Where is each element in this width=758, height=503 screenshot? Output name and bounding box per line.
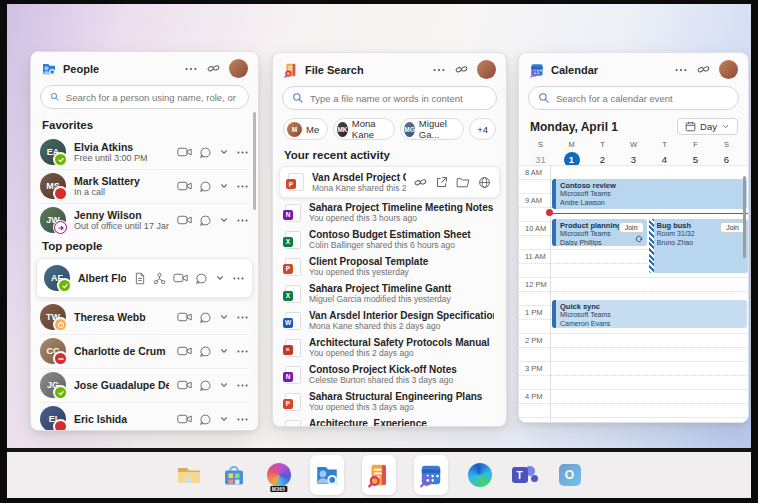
person-row[interactable]: JW Jenny Wilson Out of office until 17 J… — [31, 203, 258, 237]
file-row[interactable]: N Contoso Project Kick-off Notes Celeste… — [273, 361, 506, 388]
file-row[interactable]: ≡ Architectural Safety Protocols Manual … — [273, 334, 506, 361]
powerpoint-file-icon: P — [288, 173, 304, 191]
calendar-panel: Calendar Search for a calendar event Mon… — [518, 52, 749, 423]
chevron-down-icon[interactable] — [219, 380, 229, 390]
scrollbar[interactable] — [743, 176, 746, 258]
chevron-down-icon[interactable] — [219, 147, 229, 157]
open-link-icon[interactable] — [207, 62, 220, 75]
document-icon[interactable] — [134, 272, 146, 285]
taskbar-calendar-search-icon-active[interactable] — [414, 455, 448, 495]
copy-link-icon[interactable] — [414, 176, 427, 189]
powerpoint-file-icon: P — [285, 258, 301, 276]
taskbar-file-search-icon-active[interactable] — [362, 455, 396, 495]
row-more-icon[interactable] — [232, 272, 245, 285]
person-row[interactable]: TW Theresa Webb — [31, 300, 258, 334]
open-link-icon[interactable] — [697, 63, 710, 76]
calendar-event[interactable]: Product planning Microsoft Teams Daisy P… — [552, 219, 647, 246]
taskbar-m365-copilot-icon[interactable]: M365 — [265, 462, 292, 489]
chevron-down-icon[interactable] — [219, 215, 229, 225]
day-grid[interactable]: 8 AM 9 AM 10 AM 11 AM 12 PM 1 PM 2 PM 3 … — [519, 165, 748, 422]
calendar-search-input[interactable]: Search for a calendar event — [528, 86, 739, 110]
scrollbar[interactable] — [253, 112, 256, 210]
filter-chip-me[interactable]: M Me — [283, 118, 328, 140]
chevron-down-icon[interactable] — [219, 181, 229, 191]
video-call-icon[interactable] — [177, 180, 192, 192]
video-call-icon[interactable] — [177, 413, 192, 425]
file-row[interactable]: W Architecture_Experience Mona Kane shar… — [273, 415, 506, 427]
video-call-icon[interactable] — [177, 345, 192, 357]
file-row[interactable]: N Sahara Project Timeline Meeting Notes … — [273, 199, 506, 226]
join-button[interactable]: Join — [720, 222, 745, 233]
taskbar-edge-icon[interactable] — [466, 462, 493, 489]
row-more-icon[interactable] — [236, 311, 249, 324]
file-row[interactable]: P Sahara Structural Engineering Plans Yo… — [273, 388, 506, 415]
chat-icon[interactable] — [199, 311, 212, 324]
filter-chip-person[interactable]: MG Miguel Ga... — [400, 118, 464, 140]
video-call-icon[interactable] — [177, 214, 192, 226]
chat-icon[interactable] — [199, 379, 212, 392]
person-row[interactable]: JG Jose Guadalupe De la Torre — [31, 368, 258, 402]
filter-chip-overflow[interactable]: +4 — [469, 118, 496, 140]
file-row[interactable]: P Client Proposal Template You opened th… — [273, 253, 506, 280]
search-placeholder: Type a file name or words in content — [310, 93, 463, 104]
chat-icon[interactable] — [199, 146, 212, 159]
people-app-icon — [41, 61, 57, 77]
file-search-input[interactable]: Type a file name or words in content — [282, 86, 497, 110]
person-row-selected[interactable]: AF Albert Flores — [36, 258, 253, 298]
person-row[interactable]: CC Charlotte de Crum — [31, 334, 258, 368]
chevron-down-icon[interactable] — [219, 346, 229, 356]
row-more-icon[interactable] — [236, 214, 249, 227]
more-options-icon[interactable] — [184, 62, 198, 76]
powerpoint-file-icon: P — [285, 393, 301, 411]
more-options-icon[interactable] — [432, 63, 446, 77]
account-avatar[interactable] — [229, 59, 248, 78]
file-row-selected[interactable]: P Van Arsdel Project Overview... Mona Ka… — [279, 166, 500, 198]
taskbar-people-search-icon-active[interactable] — [310, 455, 344, 495]
presence-dnd-badge — [53, 351, 68, 366]
row-more-icon[interactable] — [236, 146, 249, 159]
taskbar-teams-icon[interactable]: T — [511, 462, 538, 489]
account-avatar[interactable] — [477, 60, 496, 79]
calendar-event[interactable]: Contoso review Microsoft Teams Andre Law… — [552, 179, 747, 209]
chat-icon[interactable] — [199, 413, 212, 426]
person-row[interactable]: MS Mark Slattery In a call — [31, 169, 258, 203]
org-chart-icon[interactable] — [153, 272, 166, 285]
file-row[interactable]: X Contoso Budget Estimation Sheet Colin … — [273, 226, 506, 253]
row-more-icon[interactable] — [236, 180, 249, 193]
people-search-input[interactable]: Search for a person using name, role, or… — [40, 85, 249, 109]
open-in-browser-icon[interactable] — [478, 176, 491, 189]
row-more-icon[interactable] — [236, 379, 249, 392]
more-options-icon[interactable] — [674, 63, 688, 77]
share-icon[interactable] — [435, 176, 448, 189]
row-more-icon[interactable] — [236, 345, 249, 358]
row-more-icon[interactable] — [236, 413, 249, 426]
taskbar-outlook-icon[interactable]: O — [556, 462, 583, 489]
file-row[interactable]: W Van Arsdel Interior Design Specificati… — [273, 307, 506, 334]
chat-icon[interactable] — [199, 345, 212, 358]
video-call-icon[interactable] — [177, 379, 192, 391]
taskbar-file-explorer-icon[interactable] — [175, 462, 202, 489]
chat-icon[interactable] — [199, 180, 212, 193]
view-selector-button[interactable]: Day — [677, 118, 738, 135]
video-call-icon[interactable] — [177, 311, 192, 323]
file-row[interactable]: X Sahara Project Timeline Gantt Miguel G… — [273, 280, 506, 307]
chevron-down-icon[interactable] — [215, 273, 225, 283]
top-people-heading: Top people — [31, 237, 258, 256]
presence-busy-badge — [53, 186, 68, 201]
filter-chip-person[interactable]: MK Mona Kane — [333, 118, 395, 140]
chat-icon[interactable] — [199, 214, 212, 227]
chat-icon[interactable] — [195, 272, 208, 285]
taskbar-microsoft-store-icon[interactable] — [220, 462, 247, 489]
person-row[interactable]: EA Elvia Atkins Free until 3:00 PM — [31, 135, 258, 169]
video-call-icon[interactable] — [173, 272, 188, 284]
person-row[interactable]: EI Eric Ishida — [31, 402, 258, 431]
chevron-down-icon[interactable] — [219, 312, 229, 322]
open-link-icon[interactable] — [455, 63, 468, 76]
video-call-icon[interactable] — [177, 146, 192, 158]
account-avatar[interactable] — [719, 60, 738, 79]
open-folder-icon[interactable] — [456, 177, 470, 188]
calendar-event[interactable]: Quick sync Microsoft Teams Cameron Evans — [552, 300, 747, 328]
join-button[interactable]: Join — [619, 222, 644, 233]
chevron-down-icon[interactable] — [219, 414, 229, 424]
calendar-event-tentative[interactable]: Bug bush Room 31/32 Bruno Zhao Join — [649, 219, 749, 273]
